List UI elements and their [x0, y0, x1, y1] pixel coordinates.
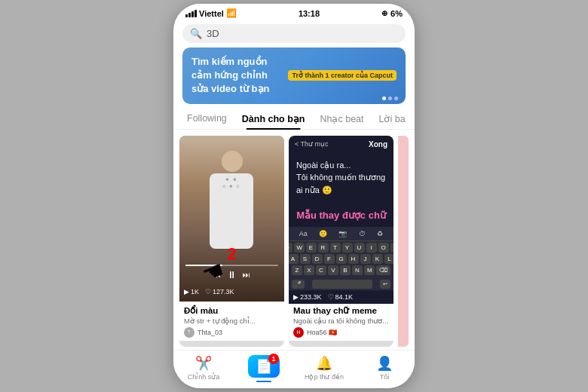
- key-w[interactable]: W: [294, 243, 305, 253]
- search-input[interactable]: 3D: [207, 28, 219, 39]
- bell-icon: 🔔: [316, 355, 332, 372]
- left-card-title: Đổi màu: [184, 305, 280, 316]
- key-i[interactable]: I: [366, 243, 377, 253]
- author-avatar: T: [184, 327, 194, 338]
- key-b[interactable]: B: [340, 265, 351, 275]
- banner-badge: Trở thành 1 creator của Capcut: [288, 70, 397, 81]
- key-y[interactable]: Y: [342, 243, 353, 253]
- tab-bar: Following Dành cho bạn Nhạc beat Lời ba: [173, 109, 415, 130]
- bar2: [188, 13, 191, 17]
- phone-frame: Viettel 📶 13:18 ⊕ 6% 🔍 3D Tìm kiếm nguồn…: [173, 4, 415, 388]
- key-p[interactable]: P: [390, 243, 394, 253]
- author-name: Thta_03: [198, 329, 222, 336]
- search-bar[interactable]: 🔍 3D: [182, 24, 406, 43]
- kb-tool-recycle[interactable]: ♻: [377, 230, 383, 237]
- key-u[interactable]: U: [354, 243, 365, 253]
- nav-inbox-label: Hộp thư đến: [305, 373, 344, 381]
- pink-template-text: Mẫu thay được chữ: [289, 210, 394, 221]
- tab-following[interactable]: Following: [179, 109, 234, 129]
- view-icon: ▶: [184, 288, 189, 296]
- key-m[interactable]: M: [364, 265, 375, 275]
- key-n[interactable]: N: [352, 265, 363, 275]
- key-l[interactable]: L: [384, 254, 394, 264]
- key-z[interactable]: Z: [292, 265, 302, 275]
- partial-card: [398, 136, 409, 347]
- card-right[interactable]: < Thư mục Xong Ngoài cậu ra... Tôi không…: [289, 136, 394, 347]
- nav-chinh-sua-label: Chỉnh sửa: [188, 373, 220, 381]
- location-icon: ⊕: [381, 9, 387, 17]
- bar1: [185, 14, 188, 17]
- key-backspace[interactable]: ⌫: [376, 265, 390, 275]
- key-mic[interactable]: 🎤: [292, 280, 305, 289]
- right-card-author: H Hoa56 🇻🇳: [293, 327, 389, 338]
- dot-1: [382, 96, 386, 100]
- key-f[interactable]: F: [324, 254, 335, 264]
- kb-tool-aa[interactable]: Aa: [299, 230, 308, 237]
- video-controls[interactable]: ⏮ ⏸ ⏭: [179, 265, 284, 280]
- clock: 13:18: [299, 9, 320, 18]
- keyboard-rows: Q W E R T Y U I O P A: [289, 241, 394, 278]
- card-left-thumbnail: ✦ ✦✧ ✦ ✧ 2 ⏮ ⏸ ⏭ ▶: [179, 136, 284, 302]
- nav-add[interactable]: 1 📄: [234, 355, 294, 382]
- active-indicator: [256, 381, 271, 382]
- nav-chinh-sua[interactable]: ✂️ Chỉnh sửa: [173, 355, 234, 382]
- tab-nhac-beat[interactable]: Nhạc beat: [313, 109, 372, 129]
- left-card-subtitle: Mờ str + tự động chỉ...: [184, 317, 280, 325]
- nav-badge: 1: [268, 354, 279, 364]
- kb-row-1: Q W E R T Y U I O P: [292, 243, 390, 253]
- carrier-name: Viettel: [199, 9, 224, 18]
- folder-tag[interactable]: < Thư mục: [295, 140, 329, 148]
- key-h[interactable]: H: [348, 254, 359, 264]
- nav-inbox[interactable]: 🔔 Hộp thư đến: [294, 355, 354, 382]
- key-k[interactable]: K: [372, 254, 383, 264]
- card-left[interactable]: ✦ ✦✧ ✦ ✧ 2 ⏮ ⏸ ⏭ ▶: [179, 136, 284, 347]
- play-btn[interactable]: ⏸: [227, 269, 237, 280]
- key-space[interactable]: [312, 280, 372, 289]
- card-right-thumbnail: < Thư mục Xong Ngoài cậu ra... Tôi không…: [289, 136, 394, 302]
- kb-bottom-row: 🎤 ↩: [289, 278, 394, 290]
- carrier-info: Viettel 📶: [185, 8, 237, 18]
- key-a[interactable]: A: [289, 254, 299, 264]
- signal-bars: [185, 10, 197, 17]
- dot-2: [388, 96, 392, 100]
- key-q[interactable]: Q: [289, 243, 292, 253]
- like-count: ♡ 127.3K: [205, 288, 234, 296]
- key-d[interactable]: D: [312, 254, 323, 264]
- banner-dots: [382, 96, 398, 100]
- battery-level: 6%: [390, 9, 403, 18]
- view-icon-r: ▶: [293, 293, 299, 301]
- key-j[interactable]: J: [360, 254, 371, 264]
- key-g[interactable]: G: [336, 254, 347, 264]
- skip-fwd-btn[interactable]: ⏭: [243, 271, 250, 279]
- nav-profile[interactable]: 👤 Tôi: [354, 355, 415, 382]
- tab-loi-ba[interactable]: Lời ba: [372, 109, 413, 129]
- banner-text: Tìm kiếm nguồn cảm hứng chỉnh sửa video …: [191, 55, 283, 96]
- key-v[interactable]: V: [328, 265, 338, 275]
- key-o[interactable]: O: [378, 243, 389, 253]
- kb-tool-timer[interactable]: ⏱: [359, 230, 366, 237]
- nav-profile-label: Tôi: [380, 373, 390, 381]
- key-c[interactable]: C: [316, 265, 326, 275]
- key-return[interactable]: ↩: [380, 280, 390, 289]
- tab-danh-cho-ban[interactable]: Dành cho bạn: [234, 109, 313, 129]
- user-icon: 👤: [376, 355, 393, 372]
- keyboard-area[interactable]: Aa 🙂 📷 ⏱ ♻ Q W E R T Y: [289, 227, 394, 290]
- key-r[interactable]: R: [318, 243, 329, 253]
- kb-tool-camera[interactable]: 📷: [338, 230, 347, 237]
- right-card-subtitle: Ngoài cậu ra tôi không thươ...: [293, 317, 389, 325]
- promo-banner[interactable]: Tìm kiếm nguồn cảm hứng chỉnh sửa video …: [182, 47, 406, 104]
- search-icon: 🔍: [190, 28, 202, 39]
- key-s[interactable]: S: [300, 254, 311, 264]
- bar4: [194, 10, 197, 17]
- left-card-author: T Thta_03: [184, 327, 280, 338]
- right-card-header: < Thư mục Xong: [289, 136, 394, 153]
- bar3: [191, 11, 194, 17]
- right-card-main-text: Ngoài cậu ra... Tôi không muốn thương ai…: [289, 153, 394, 203]
- key-t[interactable]: T: [330, 243, 341, 253]
- key-e[interactable]: E: [306, 243, 317, 253]
- right-author-avatar: H: [293, 327, 304, 338]
- kb-tool-emoji[interactable]: 🙂: [319, 230, 327, 237]
- done-button[interactable]: Xong: [369, 140, 387, 149]
- status-bar: Viettel 📶 13:18 ⊕ 6%: [173, 4, 415, 21]
- key-x[interactable]: X: [304, 265, 314, 275]
